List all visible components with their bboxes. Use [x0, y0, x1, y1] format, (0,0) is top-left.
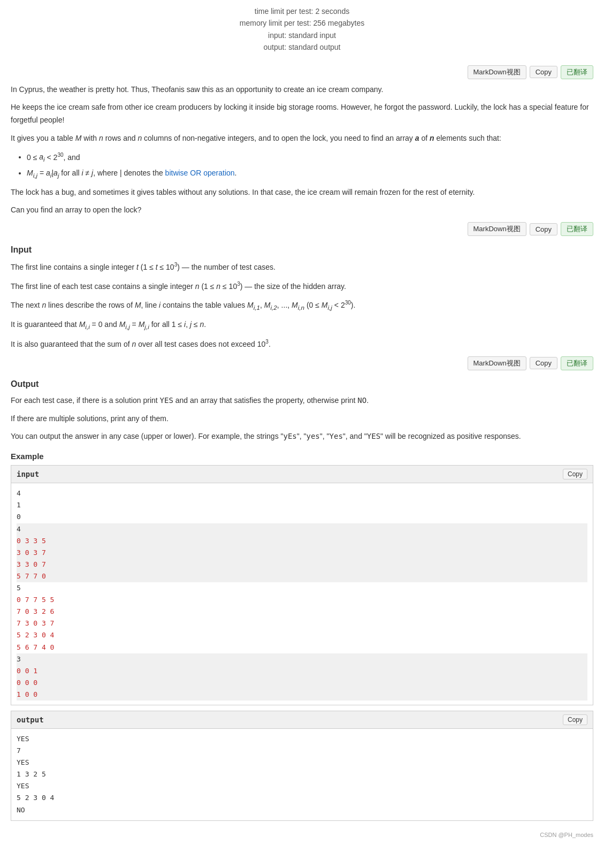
- example-section: Example input Copy 4 1 0 4 0 3 3 5 3 0 3…: [11, 452, 593, 820]
- input-p4: It is guaranteed that Mi,i = 0 and Mi,j …: [11, 318, 593, 332]
- math-M: M: [75, 134, 82, 142]
- output-line-1: YES: [17, 733, 587, 745]
- input-line-6: 3 0 3 7: [17, 547, 587, 559]
- input-line-10: 0 7 7 5 5: [17, 594, 587, 606]
- input-table-header: input Copy: [11, 466, 593, 483]
- output-line-3: YES: [17, 757, 587, 768]
- output-table-header: output Copy: [11, 711, 593, 729]
- copy-button-1[interactable]: Copy: [530, 66, 557, 78]
- bullet-1: 0 ≤ ai < 230, and: [27, 150, 593, 165]
- translated-button-1[interactable]: 已翻译: [561, 65, 593, 79]
- toolbar-1: MarkDown视图 Copy 已翻译: [11, 65, 593, 79]
- output-copy-button[interactable]: Copy: [563, 714, 587, 725]
- watermark-text: CSDN @PH_modes: [540, 832, 593, 838]
- input-line-16: 0 0 1: [17, 665, 587, 677]
- bitwise-or-link[interactable]: bitwise OR operation: [165, 169, 235, 177]
- input-line-1: 4: [17, 488, 587, 499]
- input-line-13: 5 2 3 0 4: [17, 629, 587, 641]
- input-line-14: 5 6 7 4 0: [17, 642, 587, 653]
- section1-bullets: 0 ≤ ai < 230, and Mi,j = ai|aj for all i…: [27, 150, 593, 181]
- output-type: output: standard output: [11, 41, 593, 53]
- input-line-5: 0 3 3 5: [17, 535, 587, 547]
- input-p3: The next n lines describe the rows of M,…: [11, 298, 593, 313]
- example-title: Example: [11, 452, 593, 461]
- bullet-2: Mi,j = ai|aj for all i ≠ j, where | deno…: [27, 167, 593, 181]
- input-line-9: 5: [17, 582, 587, 594]
- output-line-2: 7: [17, 745, 587, 757]
- math-n3: n: [430, 134, 434, 142]
- input-copy-button[interactable]: Copy: [563, 469, 587, 479]
- output-line-7: NO: [17, 804, 587, 816]
- input-line-2: 1: [17, 499, 587, 511]
- input-table: input Copy 4 1 0 4 0 3 3 5 3 0 3 7 3 3 0…: [11, 465, 593, 705]
- output-table-body: YES 7 YES 1 3 2 5 YES 5 2 3 0 4 NO: [11, 729, 593, 820]
- input-line-17: 0 0 0: [17, 677, 587, 689]
- section1-p3: It gives you a table M with n rows and n…: [11, 132, 593, 145]
- page-header: time limit per test: 2 seconds memory li…: [11, 0, 593, 62]
- toolbar-3: MarkDown视图 Copy 已翻译: [11, 356, 593, 370]
- output-p1: For each test case, if there is a soluti…: [11, 394, 593, 407]
- section1-p4: The lock has a bug, and sometimes it giv…: [11, 186, 593, 199]
- math-a: a: [415, 134, 419, 142]
- input-p1: The first line contains a single integer…: [11, 260, 593, 273]
- input-title: Input: [11, 242, 593, 257]
- memory-limit: memory limit per test: 256 megabytes: [11, 17, 593, 29]
- math-n: n: [99, 134, 103, 142]
- output-line-5: YES: [17, 780, 587, 792]
- copy-button-3[interactable]: Copy: [530, 357, 557, 369]
- markdown-view-button-1[interactable]: MarkDown视图: [468, 65, 526, 79]
- input-label: input: [17, 470, 39, 478]
- output-line-4: 1 3 2 5: [17, 768, 587, 780]
- output-title: Output: [11, 377, 593, 391]
- input-p2: The first line of each test case contain…: [11, 279, 593, 293]
- output-table: output Copy YES 7 YES 1 3 2 5 YES 5 2 3 …: [11, 711, 593, 821]
- section1-content: In Cyprus, the weather is pretty hot. Th…: [11, 83, 593, 217]
- math-n2: n: [137, 134, 142, 142]
- input-line-3: 0: [17, 511, 587, 523]
- translated-button-3[interactable]: 已翻译: [561, 356, 593, 370]
- input-line-15: 3: [17, 653, 587, 665]
- input-table-body: 4 1 0 4 0 3 3 5 3 0 3 7 3 3 0 7 5 7 7 0 …: [11, 483, 593, 705]
- section1-p5: Can you find an array to open the lock?: [11, 204, 593, 217]
- output-p2: If there are multiple solutions, print a…: [11, 413, 593, 425]
- markdown-view-button-3[interactable]: MarkDown视图: [468, 356, 526, 370]
- copy-button-2[interactable]: Copy: [530, 223, 557, 235]
- output-section: Output For each test case, if there is a…: [11, 377, 593, 444]
- markdown-view-button-2[interactable]: MarkDown视图: [468, 222, 526, 236]
- watermark: CSDN @PH_modes: [11, 832, 593, 838]
- toolbar-2: MarkDown视图 Copy 已翻译: [11, 222, 593, 236]
- input-type: input: standard input: [11, 29, 593, 41]
- input-line-12: 7 3 0 3 7: [17, 618, 587, 629]
- time-limit: time limit per test: 2 seconds: [11, 5, 593, 17]
- input-line-4: 4: [17, 523, 587, 535]
- output-label: output: [17, 715, 44, 724]
- section1-p1: In Cyprus, the weather is pretty hot. Th…: [11, 83, 593, 96]
- input-line-18: 1 0 0: [17, 689, 587, 701]
- input-p5: It is also guaranteed that the sum of n …: [11, 337, 593, 351]
- translated-button-2[interactable]: 已翻译: [561, 222, 593, 236]
- input-line-7: 3 3 0 7: [17, 559, 587, 570]
- input-line-8: 5 7 7 0: [17, 570, 587, 582]
- input-line-11: 7 0 3 2 6: [17, 606, 587, 618]
- output-line-6: 5 2 3 0 4: [17, 792, 587, 804]
- section1-p2: He keeps the ice cream safe from other i…: [11, 101, 593, 127]
- input-section: Input The first line contains a single i…: [11, 242, 593, 351]
- output-p3: You can output the answer in any case (u…: [11, 430, 593, 443]
